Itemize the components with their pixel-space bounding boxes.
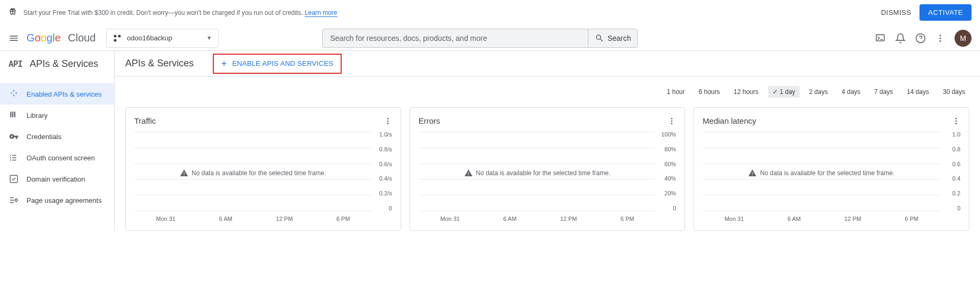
svg-point-31 (956, 123, 957, 124)
free-trial-banner: Start your Free Trial with $300 in credi… (0, 0, 980, 25)
sidebar-item-label: Credentials (27, 133, 62, 141)
page-title: APIs & Services (125, 58, 194, 69)
time-filter-2-days[interactable]: 2 days (805, 86, 832, 98)
notifications-icon[interactable] (895, 33, 906, 44)
chart-nodata-message: No data is available for the selected ti… (134, 169, 372, 177)
logo-cloud-text: Cloud (68, 32, 96, 44)
svg-rect-4 (877, 35, 884, 41)
sidebar-item-label: Enabled APIs & services (27, 90, 102, 98)
chart-nodata-message: No data is available for the selected ti… (703, 169, 940, 177)
svg-rect-9 (10, 112, 11, 117)
menu-icon[interactable] (8, 33, 19, 44)
time-filter-14-days[interactable]: 14 days (903, 86, 933, 98)
sidebar-header: API APIs & Services (0, 51, 114, 77)
plus-icon: + (221, 59, 227, 68)
time-filter-label: 14 days (907, 88, 929, 96)
google-cloud-logo[interactable]: Google Cloud (27, 32, 96, 45)
sidebar-item-label: Domain verification (27, 175, 85, 183)
chart-body: 1.0/s0.8/s0.6/s0.4/s0.2/s0No data is ava… (134, 132, 392, 222)
more-icon[interactable] (935, 33, 945, 43)
time-filter-label: 1 day (780, 88, 795, 96)
activate-button[interactable]: ACTIVATE (920, 4, 972, 21)
time-filter-6-hours[interactable]: 6 hours (695, 86, 724, 98)
banner-text: Start your Free Trial with $300 in credi… (23, 9, 337, 16)
svg-point-6 (940, 35, 941, 36)
svg-rect-16 (12, 157, 16, 158)
verified-icon (8, 174, 19, 184)
search-label: Search (608, 34, 631, 42)
dismiss-button[interactable]: DISMISS (872, 4, 920, 21)
svg-point-29 (956, 118, 957, 119)
chart-x-labels: Mon 316 AM12 PM6 PM (134, 216, 372, 222)
chart-y-labels: 100%80%60%40%20%0 (661, 132, 676, 211)
svg-point-8 (940, 40, 941, 41)
search-input[interactable] (323, 34, 588, 42)
svg-point-1 (114, 35, 117, 37)
chart-menu-icon[interactable] (667, 117, 676, 125)
svg-rect-19 (10, 198, 14, 199)
cloud-shell-icon[interactable] (875, 33, 886, 44)
learn-more-link[interactable]: Learn more (305, 9, 337, 17)
sidebar-item-label: OAuth consent screen (27, 154, 95, 162)
chart-title: Traffic (134, 116, 156, 125)
sidebar-item-page-usage[interactable]: Page usage agreements (0, 190, 114, 211)
chart-y-labels: 1.00.80.60.40.20 (952, 132, 960, 211)
main-header: APIs & Services + ENABLE APIS AND SERVIC… (115, 51, 980, 76)
chart-card-traffic: Traffic1.0/s0.8/s0.6/s0.4/s0.2/s0No data… (125, 107, 401, 231)
sidebar-item-enabled-apis[interactable]: Enabled APIs & services (0, 83, 114, 105)
svg-point-28 (671, 123, 673, 124)
help-icon[interactable] (915, 33, 926, 44)
api-icon: API (8, 59, 22, 69)
svg-point-30 (956, 120, 957, 122)
svg-rect-15 (12, 155, 16, 156)
svg-rect-10 (12, 112, 13, 117)
svg-point-14 (10, 159, 11, 160)
time-filter-1-hour[interactable]: 1 hour (663, 86, 689, 98)
time-filter-label: 7 days (874, 88, 893, 96)
svg-point-27 (671, 120, 673, 122)
search-icon (595, 33, 604, 43)
time-filter-1-day[interactable]: ✓1 day (768, 86, 800, 98)
svg-point-23 (387, 118, 388, 119)
search-button[interactable]: Search (588, 29, 637, 47)
chart-menu-icon[interactable] (952, 117, 960, 125)
settings-icon (8, 195, 19, 205)
time-filter-label: 1 hour (667, 88, 685, 96)
chart-y-labels: 1.0/s0.8/s0.6/s0.4/s0.2/s0 (379, 132, 392, 211)
svg-rect-11 (14, 112, 15, 117)
svg-point-7 (940, 37, 941, 39)
search-box[interactable]: Search (322, 29, 638, 48)
enable-apis-button[interactable]: + ENABLE APIS AND SERVICES (213, 54, 342, 74)
svg-point-13 (10, 157, 11, 158)
chart-menu-icon[interactable] (384, 117, 392, 125)
time-filter-30-days[interactable]: 30 days (939, 86, 969, 98)
library-icon (8, 110, 19, 121)
time-filter-4-days[interactable]: 4 days (837, 86, 864, 98)
time-filter-12-hours[interactable]: 12 hours (730, 86, 763, 98)
sidebar: API APIs & Services Enabled APIs & servi… (0, 51, 115, 231)
svg-point-2 (118, 35, 121, 37)
time-filter-7-days[interactable]: 7 days (870, 86, 897, 98)
dashboard-icon (8, 89, 19, 99)
chart-title: Errors (419, 116, 440, 125)
chart-body: 100%80%60%40%20%0No data is available fo… (419, 132, 677, 222)
chart-card-median-latency: Median latency1.00.80.60.40.20No data is… (693, 107, 969, 231)
sidebar-item-label: Page usage agreements (27, 196, 102, 204)
chart-x-labels: Mon 316 AM12 PM6 PM (419, 216, 656, 222)
svg-point-12 (10, 155, 11, 156)
svg-rect-18 (10, 175, 18, 183)
sidebar-item-oauth-consent[interactable]: OAuth consent screen (0, 147, 114, 168)
project-icon (113, 34, 122, 42)
time-range-filters: 1 hour6 hours12 hours✓1 day2 days4 days7… (115, 76, 980, 107)
chevron-down-icon: ▼ (206, 35, 212, 41)
time-filter-label: 30 days (943, 88, 965, 96)
sidebar-item-credentials[interactable]: Credentials (0, 126, 114, 147)
chart-title: Median latency (703, 116, 756, 125)
charts-row: Traffic1.0/s0.8/s0.6/s0.4/s0.2/s0No data… (115, 107, 980, 231)
avatar[interactable]: M (955, 30, 972, 47)
warning-icon (464, 169, 473, 177)
sidebar-item-library[interactable]: Library (0, 105, 114, 126)
project-selector[interactable]: odoo16backup ▼ (106, 29, 219, 48)
svg-point-26 (671, 118, 673, 119)
sidebar-item-domain-verification[interactable]: Domain verification (0, 168, 114, 190)
